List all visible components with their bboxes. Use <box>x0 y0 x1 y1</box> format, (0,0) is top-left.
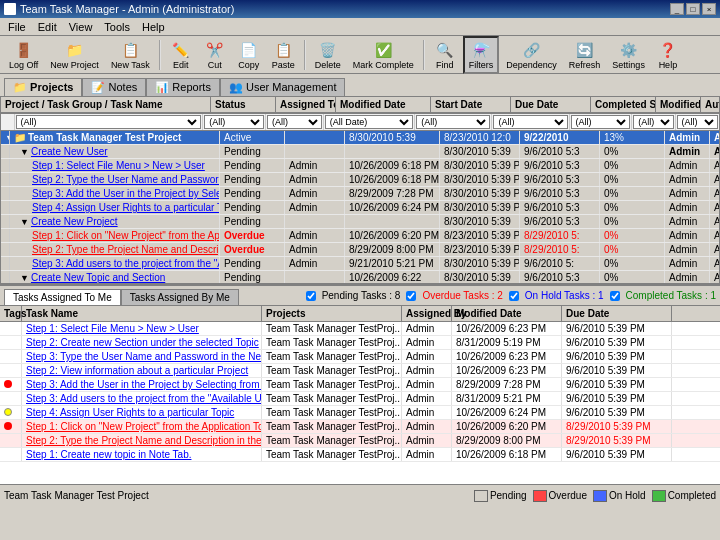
cell-taskname[interactable]: Step 1: Select File Menu > New > User <box>22 322 262 335</box>
cut-button[interactable]: ✂️ Cut <box>199 37 231 73</box>
th-modified[interactable]: Modified Date <box>336 97 431 112</box>
bth-taskname[interactable]: Task Name <box>22 306 262 321</box>
find-button[interactable]: 🔍 Find <box>429 37 461 73</box>
cell-taskname[interactable]: Step 1: Click on "New Project" from the … <box>22 420 262 433</box>
bottom-table-row[interactable]: Step 2: View information about a particu… <box>0 364 720 378</box>
help-button[interactable]: ❓ Help <box>652 37 684 73</box>
tree-row[interactable]: Step 3: Add the User in the Project by S… <box>1 187 719 201</box>
tab-reports-icon: 📊 <box>155 81 169 93</box>
bth-tags[interactable]: Tags <box>0 306 22 321</box>
menu-file[interactable]: File <box>2 20 32 34</box>
minimize-button[interactable]: _ <box>670 3 684 15</box>
cell-modified: 10/26/2009 6:23 PM <box>452 350 562 363</box>
maximize-button[interactable]: □ <box>686 3 700 15</box>
cell-taskname[interactable]: Step 2: Type the Project Name and Descri… <box>22 434 262 447</box>
filter-modby-select[interactable]: (All) <box>633 115 673 129</box>
filter-status-select[interactable]: (All) <box>204 115 264 129</box>
filter-name-select[interactable]: (All) <box>16 115 202 129</box>
bottom-tab-assigned-by-me[interactable]: Tasks Assigned By Me <box>121 289 239 305</box>
menu-edit[interactable]: Edit <box>32 20 63 34</box>
tab-reports[interactable]: 📊 Reports <box>146 78 220 96</box>
tree-row[interactable]: Step 2: Type the User Name and Password … <box>1 173 719 187</box>
bth-assignedby[interactable]: Assigned By <box>402 306 452 321</box>
tree-row[interactable]: Step 1: Select File Menu > New > User Pe… <box>1 159 719 173</box>
tree-row[interactable]: Step 2: Type the Project Name and Descri… <box>1 243 719 257</box>
tree-row[interactable]: Step 3: Add users to the project from th… <box>1 257 719 271</box>
cell-project: Team Task Manager TestProj... <box>262 406 402 419</box>
overdue-filter-check[interactable] <box>406 291 416 301</box>
menu-view[interactable]: View <box>63 20 99 34</box>
completed-filter-check[interactable] <box>610 291 620 301</box>
cell-taskname[interactable]: Step 2: Create new Section under the sel… <box>22 336 262 349</box>
filter-due-select[interactable]: (All) <box>493 115 567 129</box>
bottom-table-row[interactable]: Step 3: Add the User in the Project by S… <box>0 378 720 392</box>
bottom-table-row[interactable]: Step 2: Type the Project Name and Descri… <box>0 434 720 448</box>
bottom-table-row[interactable]: Step 3: Type the User Name and Password … <box>0 350 720 364</box>
cell-taskname[interactable]: Step 1: Create new topic in Note Tab. <box>22 448 262 461</box>
tree-row[interactable]: ▼ Create New Project Pending 8/30/2010 5… <box>1 215 719 229</box>
menu-tools[interactable]: Tools <box>98 20 136 34</box>
th-start[interactable]: Start Date <box>431 97 511 112</box>
cell-taskname[interactable]: Step 2: View information about a particu… <box>22 364 262 377</box>
bottom-table-row[interactable]: Step 3: Add users to the project from th… <box>0 392 720 406</box>
th-modby[interactable]: Modified By <box>656 97 701 112</box>
tab-user-management[interactable]: 👥 User Management <box>220 78 346 96</box>
cell-assignedby: Admin <box>402 378 452 391</box>
cell-taskname[interactable]: Step 3: Add users to the project from th… <box>22 392 262 405</box>
delete-button[interactable]: 🗑️ Delete <box>310 37 346 73</box>
bottom-table-row[interactable]: Step 1: Create new topic in Note Tab. Te… <box>0 448 720 462</box>
filter-modified-select[interactable]: (All Date) <box>325 115 414 129</box>
dependency-button[interactable]: 🔗 Dependency <box>501 37 562 73</box>
filter-author-select[interactable]: (All) <box>677 115 718 129</box>
filter-assigned-select[interactable]: (All) <box>267 115 322 129</box>
new-task-button[interactable]: 📋 New Task <box>106 37 155 73</box>
bth-modified[interactable]: Modified Date <box>452 306 562 321</box>
filter-start-select[interactable]: (All) <box>416 115 490 129</box>
th-due[interactable]: Due Date <box>511 97 591 112</box>
cell-assignedby: Admin <box>402 420 452 433</box>
cell-taskname[interactable]: Step 3: Type the User Name and Password … <box>22 350 262 363</box>
bottom-table-row[interactable]: Step 2: Create new Section under the sel… <box>0 336 720 350</box>
bottom-tab-assigned-to-me[interactable]: Tasks Assigned To Me <box>4 289 121 305</box>
menu-help[interactable]: Help <box>136 20 171 34</box>
close-button[interactable]: × <box>702 3 716 15</box>
cell-due: 9/6/2010 5:39 PM <box>562 392 672 405</box>
cell-due: 9/6/2010 5:39 PM <box>562 322 672 335</box>
app-icon <box>4 3 16 15</box>
onhold-filter-check[interactable] <box>509 291 519 301</box>
cell-taskname[interactable]: Step 4: Assign User Rights to a particul… <box>22 406 262 419</box>
help-label: Help <box>659 60 678 70</box>
si-overdue-box <box>533 490 547 502</box>
tab-projects-icon: 📁 <box>13 81 27 93</box>
th-assigned[interactable]: Assigned To <box>276 97 336 112</box>
tab-projects[interactable]: 📁 Projects <box>4 78 82 96</box>
tree-row[interactable]: Step 4: Assign User Rights to a particul… <box>1 201 719 215</box>
edit-button[interactable]: ✏️ Edit <box>165 37 197 73</box>
th-status[interactable]: Status <box>211 97 276 112</box>
tab-notes[interactable]: 📝 Notes <box>82 78 146 96</box>
new-project-button[interactable]: 📁 New Project <box>45 37 104 73</box>
cell-assignedby: Admin <box>402 392 452 405</box>
cell-taskname[interactable]: Step 3: Add the User in the Project by S… <box>22 378 262 391</box>
logoff-button[interactable]: 🚪 Log Off <box>4 37 43 73</box>
tree-row[interactable]: Step 1: Click on "New Project" from the … <box>1 229 719 243</box>
tree-row[interactable]: ▼ Create New User Pending 8/30/2010 5:39… <box>1 145 719 159</box>
copy-button[interactable]: 📄 Copy <box>233 37 265 73</box>
th-name[interactable]: Project / Task Group / Task Name <box>1 97 211 112</box>
filter-comp-select[interactable]: (All) <box>571 115 631 129</box>
th-author[interactable]: Author <box>701 97 720 112</box>
pending-filter-check[interactable] <box>306 291 316 301</box>
filters-button[interactable]: ⚗️ Filters <box>463 36 500 74</box>
mark-complete-button[interactable]: ✅ Mark Complete <box>348 37 419 73</box>
settings-button[interactable]: ⚙️ Settings <box>607 37 650 73</box>
paste-button[interactable]: 📋 Paste <box>267 37 300 73</box>
tree-row[interactable]: ▼ 📁 Team Task Manager Test Project Activ… <box>1 131 719 145</box>
bottom-table-row[interactable]: Step 4: Assign User Rights to a particul… <box>0 406 720 420</box>
bth-due[interactable]: Due Date <box>562 306 672 321</box>
bottom-table-row[interactable]: Step 1: Click on "New Project" from the … <box>0 420 720 434</box>
bth-projects[interactable]: Projects <box>262 306 402 321</box>
th-comp-status[interactable]: Completed Status <box>591 97 656 112</box>
refresh-button[interactable]: 🔄 Refresh <box>564 37 606 73</box>
bottom-table-row[interactable]: Step 1: Select File Menu > New > User Te… <box>0 322 720 336</box>
tree-row[interactable]: ▼ Create New Topic and Section Pending 1… <box>1 271 719 283</box>
